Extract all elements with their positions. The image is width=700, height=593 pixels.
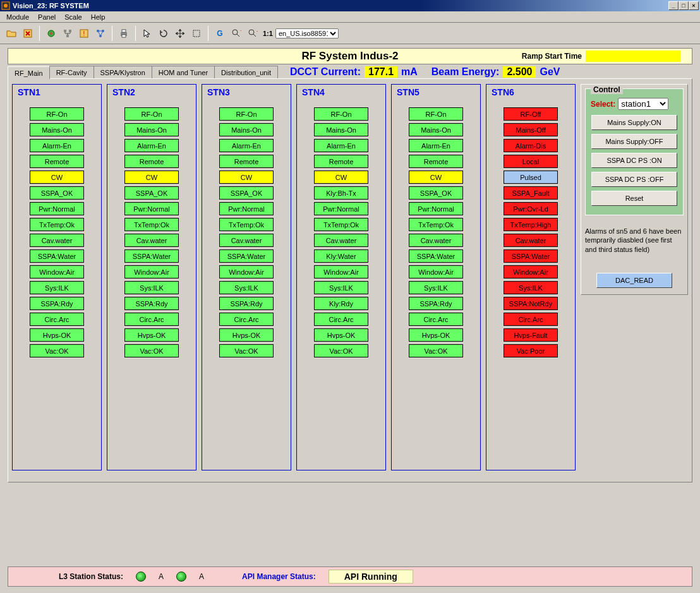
indicator: Pwr:Normal — [409, 202, 463, 215]
indicator: TxTemp:High — [504, 218, 558, 231]
tab-sspa-klystron[interactable]: SSPA/Klystron — [94, 66, 152, 78]
tab-rf-cavity[interactable]: RF-Cavity — [49, 66, 94, 78]
station-6: STN6RF-OffMains-OffAlarm-DisLocalPulsedS… — [486, 84, 576, 470]
indicator: Kly:Water — [314, 249, 368, 263]
svg-point-4 — [50, 32, 52, 35]
l3-a2: A — [199, 572, 204, 581]
sspa-off-button[interactable]: SSPA DC PS :OFF — [591, 172, 677, 187]
indicator: Pwr:Normal — [124, 202, 179, 215]
mains-on-button[interactable]: Mains Supply:ON — [591, 115, 677, 130]
indicator: Hvps-OK — [409, 328, 463, 342]
warning-icon[interactable]: ! — [76, 26, 92, 41]
indicator: Alarm-En — [30, 139, 84, 152]
svg-point-18 — [232, 30, 238, 35]
indicator: Cav.water — [504, 234, 558, 247]
dcct-value: 177.1 — [365, 66, 397, 78]
svg-rect-16 — [193, 30, 200, 37]
close-button[interactable]: × — [689, 1, 699, 10]
indicator: TxTemp:Ok — [30, 218, 84, 231]
indicator: Circ.Arc — [30, 313, 84, 326]
indicator: Hvps-OK — [30, 328, 84, 342]
indicator: RF-On — [30, 107, 84, 121]
tab-rf-main[interactable]: RF_Main — [8, 66, 50, 79]
indicator: Sys:ILK — [314, 281, 368, 294]
indicator: Sys:ILK — [30, 281, 84, 294]
pointer-icon[interactable] — [140, 26, 155, 41]
reset-button[interactable]: Reset — [591, 191, 677, 206]
indicator: SSPA:Rdy — [219, 297, 274, 310]
svg-rect-6 — [69, 30, 71, 32]
indicator: RF-Off — [504, 107, 558, 121]
station-select[interactable]: station1 — [618, 98, 668, 110]
alarm-info: Alarms of sn5 and 6 have been temprarily… — [585, 227, 684, 254]
indicator: Kly:Rdy — [314, 297, 368, 310]
svg-rect-7 — [66, 35, 69, 37]
open-icon[interactable] — [4, 26, 19, 41]
indicator: SSPA:Rdy — [30, 297, 84, 310]
station-title: STN6 — [486, 85, 514, 107]
indicator: Pwr:Ovr-Ld — [504, 202, 558, 215]
svg-text:G: G — [217, 29, 222, 38]
tab-hom-tuner[interactable]: HOM and Tuner — [152, 66, 215, 78]
indicator: Sys:ILK — [409, 281, 463, 294]
refresh-icon[interactable] — [156, 26, 171, 41]
indicator: Remote — [409, 155, 463, 168]
indicator: Hvps-OK — [314, 328, 368, 342]
minimize-button[interactable]: _ — [668, 1, 679, 10]
menu-help[interactable]: Help — [87, 13, 109, 21]
indicator: Vac:OK — [314, 344, 368, 357]
indicator: Remote — [219, 155, 274, 168]
zoom-in-icon[interactable]: + — [229, 26, 244, 41]
indicator: Vac:OK — [124, 344, 179, 357]
indicator: RF-On — [314, 107, 368, 121]
indicator: Hvps-Fault — [504, 328, 558, 342]
svg-text:!: ! — [83, 30, 85, 37]
menu-panel[interactable]: Panel — [34, 13, 59, 21]
zoom-out-icon[interactable]: – — [245, 26, 260, 41]
tab-distribution[interactable]: Distribution_unit — [214, 66, 278, 78]
station-1: STN1RF-OnMains-OnAlarm-EnRemoteCWSSPA_OK… — [12, 84, 102, 470]
indicator: TxTemp:Ok — [219, 218, 274, 231]
svg-point-1 — [4, 4, 8, 8]
indicator: Vac:OK — [409, 344, 463, 357]
indicator: Mains-On — [219, 123, 274, 136]
station-title: STN1 — [13, 85, 40, 107]
indicator: Remote — [124, 155, 179, 168]
menu-module[interactable]: Module — [3, 13, 33, 21]
menu-scale[interactable]: Scale — [61, 13, 86, 21]
close-panel-icon[interactable] — [20, 26, 35, 41]
menubar: Module Panel Scale Help — [0, 11, 700, 23]
control-fieldset: Control Select: station1 Mains Supply:ON… — [585, 88, 684, 215]
ramp-value — [586, 51, 680, 62]
indicator: Cav.water — [314, 234, 368, 247]
beam-unit: GeV — [540, 66, 560, 78]
api-label: API Manager Status: — [242, 572, 316, 581]
home-icon[interactable]: G — [212, 26, 227, 41]
print-icon[interactable] — [116, 26, 131, 41]
sspa-on-button[interactable]: SSPA DC PS :ON — [591, 153, 677, 168]
indicator: Circ.Arc — [409, 313, 463, 326]
maximize-button[interactable]: □ — [679, 1, 689, 10]
move-icon[interactable] — [172, 26, 188, 41]
titlebar: Vision_23: RF SYSTEM _ □ × — [0, 0, 700, 11]
indicator: TxTemp:Ok — [409, 218, 463, 231]
encoding-select[interactable]: en_US.iso88591 — [275, 28, 339, 39]
svg-text:–: – — [256, 28, 258, 33]
indicator: Hvps-OK — [219, 328, 274, 342]
l3-led-1 — [136, 572, 146, 582]
network-icon[interactable] — [93, 26, 108, 41]
zoom-11-button[interactable]: 1:1 — [262, 30, 274, 37]
indicator: Mains-Off — [504, 123, 558, 136]
indicator: RF-On — [219, 107, 274, 121]
indicator: Circ.Arc — [124, 313, 179, 326]
select-rect-icon[interactable] — [189, 26, 204, 41]
indicator: CW — [409, 171, 463, 184]
tree-icon[interactable] — [60, 26, 75, 41]
ramp-label: Ramp Start Time — [522, 52, 582, 61]
plugin-icon[interactable] — [44, 26, 59, 41]
mains-off-button[interactable]: Mains Supply:OFF — [591, 134, 677, 149]
dcct-unit: mA — [401, 66, 418, 78]
indicator: CW — [124, 171, 179, 184]
dac-read-button[interactable]: DAC_READ — [596, 273, 672, 288]
readouts: DCCT Current: 177.1 mA Beam Energy: 2.50… — [290, 66, 560, 78]
